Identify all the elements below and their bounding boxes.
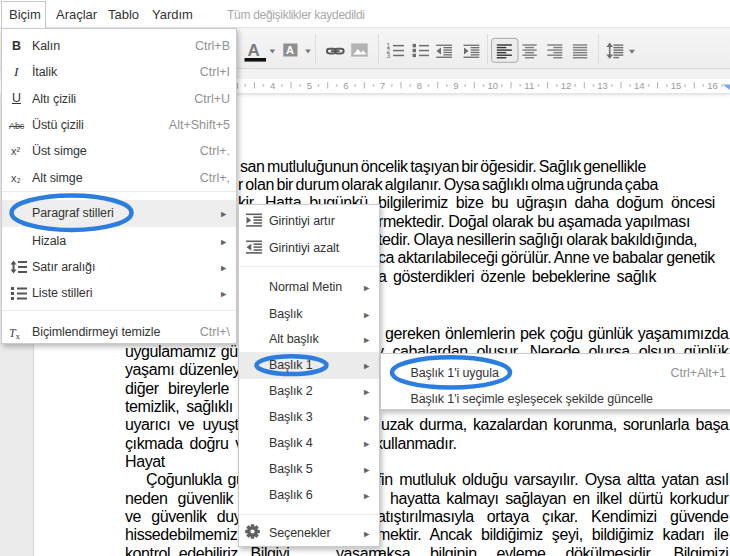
svg-text:15: 15 bbox=[671, 80, 682, 91]
svg-text:5: 5 bbox=[307, 80, 312, 91]
svg-text:3: 3 bbox=[387, 52, 391, 59]
svg-text:4: 4 bbox=[270, 80, 275, 91]
svg-text:12: 12 bbox=[561, 80, 572, 91]
svg-text:7: 7 bbox=[380, 80, 385, 91]
svg-text:16: 16 bbox=[707, 80, 718, 91]
svg-text:6: 6 bbox=[343, 80, 348, 91]
svg-text:11: 11 bbox=[524, 80, 534, 91]
svg-text:14: 14 bbox=[634, 80, 645, 91]
svg-text:9: 9 bbox=[453, 80, 458, 91]
svg-text:A: A bbox=[286, 44, 294, 56]
svg-text:A: A bbox=[248, 41, 260, 60]
svg-text:8: 8 bbox=[417, 80, 422, 91]
svg-text:10: 10 bbox=[487, 80, 498, 91]
svg-text:13: 13 bbox=[597, 80, 608, 91]
